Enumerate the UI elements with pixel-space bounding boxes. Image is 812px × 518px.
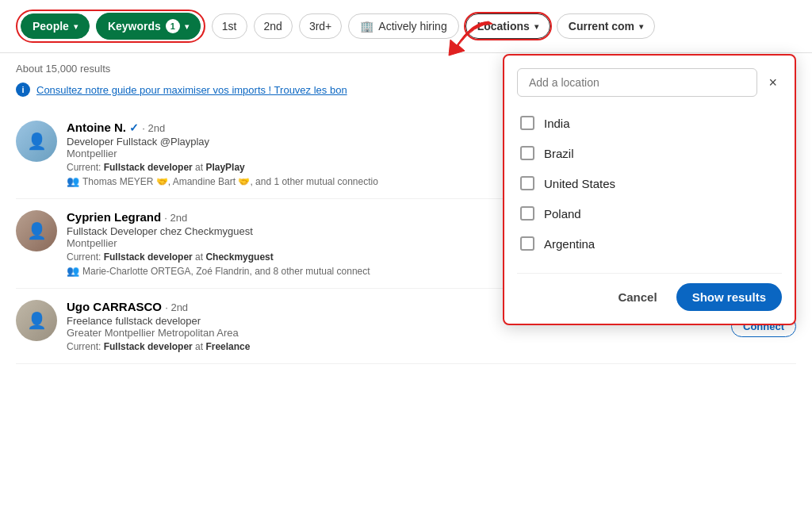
location-option-1[interactable]: Brazil	[517, 138, 782, 168]
degree-1st-label: 1st	[222, 20, 237, 33]
people-button[interactable]: People ▾	[21, 13, 90, 39]
avatar-initials: 👤	[27, 311, 47, 330]
degree-1st-button[interactable]: 1st	[212, 13, 247, 39]
person-current-ugo: Current: Fullstack developer at Freelanc…	[67, 341, 722, 352]
verified-icon: ✓	[129, 121, 139, 134]
connections-icon: 👥	[67, 175, 79, 187]
degree-badge: · 2nd	[142, 122, 165, 134]
location-name-1: Brazil	[544, 147, 574, 160]
panel-header: ×	[517, 68, 782, 97]
avatar-ugo: 👤	[16, 300, 57, 341]
location-checkbox-4[interactable]	[520, 236, 534, 251]
location-option-2[interactable]: United States	[517, 168, 782, 198]
avatar-antoine: 👤	[16, 121, 57, 162]
keywords-button[interactable]: Keywords 1 ▾	[96, 13, 201, 40]
location-checkbox-3[interactable]	[520, 206, 534, 221]
panel-footer: Cancel Show results	[517, 273, 782, 311]
close-panel-button[interactable]: ×	[764, 73, 782, 93]
locations-chevron-icon: ▾	[534, 22, 538, 31]
people-keywords-group: People ▾ Keywords 1 ▾	[16, 10, 205, 43]
location-checkbox-1[interactable]	[520, 146, 534, 160]
location-name-2: United States	[544, 177, 615, 190]
avatar-initials: 👤	[27, 132, 47, 151]
location-options-list: India Brazil United States Poland Argent…	[517, 108, 782, 259]
location-name-3: Poland	[544, 207, 581, 221]
degree-3rd-button[interactable]: 3rd+	[299, 13, 342, 39]
people-label: People	[33, 20, 69, 33]
degree-2nd-label: 2nd	[264, 20, 282, 33]
locations-panel: × India Brazil United States Poland Arge…	[503, 54, 796, 325]
locations-button[interactable]: Locations ▾	[465, 13, 550, 39]
current-company-label: Current com	[569, 20, 634, 33]
avatar-cyprien: 👤	[16, 210, 57, 251]
filter-bar: People ▾ Keywords 1 ▾ 1st 2nd 3rd+ 🏢 Act…	[0, 0, 812, 53]
info-link[interactable]: Consultez notre guide pour maximiser vos…	[36, 84, 347, 96]
location-option-3[interactable]: Poland	[517, 198, 782, 228]
avatar-initials: 👤	[27, 221, 47, 240]
degree-2nd-button[interactable]: 2nd	[254, 13, 293, 39]
active-hiring-button[interactable]: 🏢 Actively hiring	[348, 13, 458, 39]
keywords-label: Keywords	[108, 20, 161, 33]
current-company-button[interactable]: Current com ▾	[557, 13, 655, 39]
location-name-4: Argentina	[544, 237, 595, 251]
location-option-4[interactable]: Argentina	[517, 228, 782, 259]
keywords-chevron-icon: ▾	[185, 22, 189, 31]
location-checkbox-2[interactable]	[520, 176, 534, 190]
locations-label: Locations	[477, 20, 530, 33]
show-results-button[interactable]: Show results	[676, 283, 782, 311]
active-hiring-label: Actively hiring	[378, 20, 446, 33]
active-hiring-icon: 🏢	[360, 20, 373, 33]
location-checkbox-0[interactable]	[520, 116, 534, 130]
people-chevron-icon: ▾	[74, 22, 78, 31]
cancel-button[interactable]: Cancel	[608, 284, 666, 310]
info-icon: i	[16, 82, 30, 97]
location-name-0: India	[544, 117, 570, 130]
person-location-ugo: Greater Montpellier Metropolitan Area	[67, 327, 722, 339]
location-search-input[interactable]	[517, 68, 757, 97]
page-wrapper: People ▾ Keywords 1 ▾ 1st 2nd 3rd+ 🏢 Act…	[0, 0, 812, 518]
current-company-chevron-icon: ▾	[639, 22, 643, 31]
connections-icon: 👥	[67, 265, 79, 277]
location-option-0[interactable]: India	[517, 108, 782, 138]
degree-3rd-label: 3rd+	[309, 20, 331, 33]
degree-badge: · 2nd	[164, 212, 187, 224]
keywords-badge: 1	[166, 19, 180, 33]
degree-badge: · 2nd	[165, 301, 188, 313]
